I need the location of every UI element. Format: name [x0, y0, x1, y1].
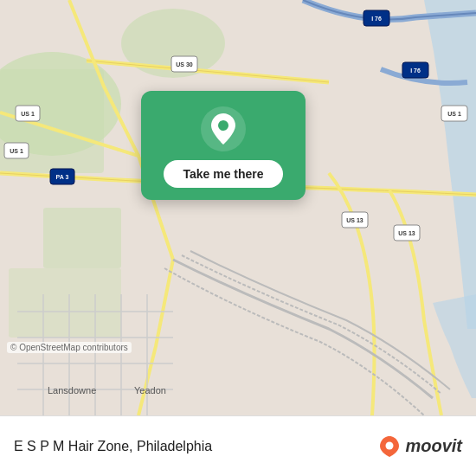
- bottom-bar: E S P M Hair Zone, Philadelphia moovit: [0, 415, 476, 476]
- moovit-pin-icon: [377, 434, 402, 459]
- svg-text:US 30: US 30: [176, 61, 193, 68]
- moovit-text: moovit: [405, 436, 462, 456]
- location-card: Take me there: [141, 91, 306, 200]
- map-background: US 1 US 1 US 30 PA 3 PA 3 I 76 I 76 US 1…: [0, 0, 476, 415]
- svg-rect-5: [9, 268, 121, 338]
- svg-text:Lansdowne: Lansdowne: [48, 385, 96, 396]
- take-me-there-button[interactable]: Take me there: [164, 160, 282, 188]
- map-attribution: © OpenStreetMap contributors: [7, 342, 132, 353]
- svg-rect-4: [43, 208, 121, 268]
- svg-text:US 1: US 1: [21, 111, 35, 117]
- svg-text:US 13: US 13: [398, 230, 415, 236]
- svg-text:US 1: US 1: [447, 111, 461, 117]
- location-pin-icon: [201, 106, 246, 151]
- moovit-logo: moovit: [377, 434, 462, 459]
- svg-text:I 76: I 76: [410, 68, 421, 74]
- svg-point-38: [218, 120, 228, 131]
- svg-text:US 13: US 13: [346, 217, 363, 223]
- svg-point-39: [386, 441, 394, 449]
- svg-text:US 1: US 1: [10, 148, 23, 154]
- map-container: US 1 US 1 US 30 PA 3 PA 3 I 76 I 76 US 1…: [0, 0, 476, 415]
- svg-text:Yeadon: Yeadon: [134, 385, 166, 396]
- svg-text:I 76: I 76: [371, 16, 382, 22]
- place-name: E S P M Hair Zone, Philadelphia: [14, 439, 212, 454]
- svg-text:PA 3: PA 3: [56, 174, 69, 180]
